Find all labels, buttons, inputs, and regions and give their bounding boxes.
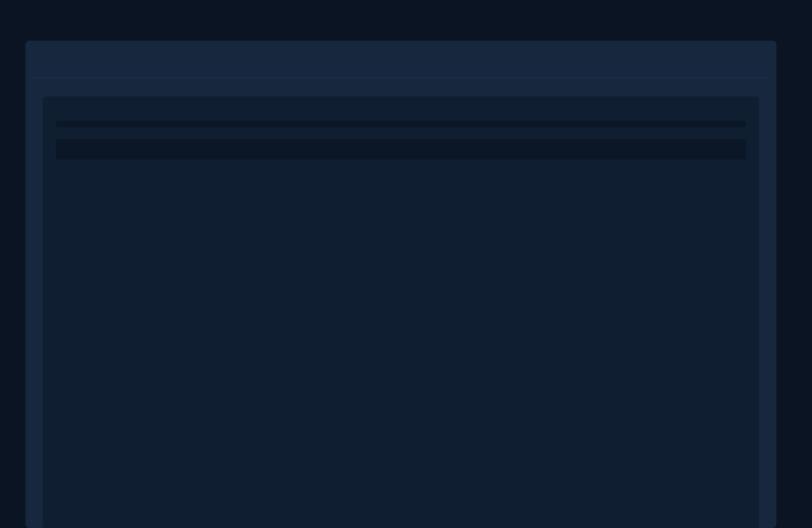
debugger-panel — [43, 96, 759, 528]
call-trace-top — [43, 96, 759, 108]
tab-bar — [33, 41, 768, 78]
code-viewer-next — [56, 139, 746, 159]
execution-card — [25, 41, 776, 528]
code-viewer — [56, 121, 746, 127]
